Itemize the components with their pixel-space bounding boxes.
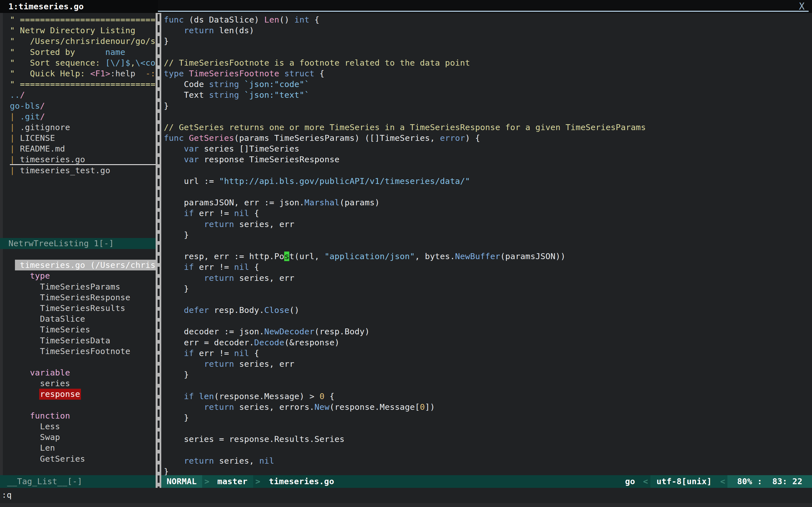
statusbar-encoding: utf-8[unix] xyxy=(651,475,718,488)
code-line[interactable] xyxy=(164,445,812,455)
code-line[interactable]: return series, err xyxy=(164,358,812,369)
token: (ds DataSlice) xyxy=(184,15,264,24)
vertical-split-separator[interactable] xyxy=(156,13,161,488)
netrw-line[interactable]: go-bls/ xyxy=(10,101,156,111)
code-line[interactable]: func GetSeries(params TimeSeriesParams) … xyxy=(164,133,812,144)
tag-line[interactable]: variable xyxy=(10,367,156,378)
code-line[interactable] xyxy=(164,165,812,176)
code-line[interactable]: } xyxy=(164,101,812,111)
tag-line[interactable]: GetSeries xyxy=(10,453,156,464)
tag-line[interactable] xyxy=(10,249,156,260)
code-line[interactable]: resp, err := http.Post(url, "application… xyxy=(164,251,812,262)
code-line[interactable]: err = decoder.Decode(&response) xyxy=(164,337,812,348)
tag-line[interactable]: DataSlice xyxy=(10,314,156,324)
tag-line[interactable]: TimeSeriesResults xyxy=(10,303,156,314)
netrw-line[interactable]: " /Users/chrisridenour/go/src/github.com… xyxy=(10,36,156,47)
tag-line[interactable]: response xyxy=(10,389,156,399)
tag-line[interactable]: TimeSeriesFootnote xyxy=(10,346,156,356)
tag-line[interactable]: timeseries.go (/Users/chrisridenour/go xyxy=(10,260,156,270)
tag-line[interactable]: series xyxy=(10,378,156,389)
token: series []TimeSeries xyxy=(199,144,299,154)
netrw-line[interactable]: | timeseries.go xyxy=(10,154,156,165)
netrw-line[interactable]: " Sort sequence: [\/]$,\<core\> xyxy=(10,57,156,68)
token: NewBuffer xyxy=(455,251,500,261)
tag-line[interactable]: TimeSeriesResponse xyxy=(10,292,156,303)
tag-line[interactable]: function xyxy=(10,410,156,421)
code-line[interactable]: if err != nil { xyxy=(164,262,812,272)
token: | xyxy=(10,166,20,175)
token xyxy=(10,260,15,270)
token: (&response) xyxy=(284,338,340,347)
netrw-line[interactable]: | README.md xyxy=(10,144,156,154)
tag-line[interactable]: TimeSeriesData xyxy=(10,335,156,346)
code-line[interactable]: return series, err xyxy=(164,273,812,283)
command-line[interactable]: :q xyxy=(0,488,812,503)
code-line[interactable] xyxy=(164,423,812,434)
code-line[interactable]: func (ds DataSlice) Len() int { xyxy=(164,14,812,25)
code-line[interactable]: // GetSeries returns one or more TimeSer… xyxy=(164,122,812,133)
code-line[interactable]: return series, errors.New(response.Messa… xyxy=(164,402,812,412)
netrw-line[interactable]: " ======================================… xyxy=(10,14,156,25)
code-line[interactable]: // TimeSeriesFootnote is a footnote rela… xyxy=(164,57,812,68)
code-line[interactable]: url := "http://api.bls.gov/publicAPI/v1/… xyxy=(164,176,812,186)
token: { xyxy=(249,348,259,358)
code-line[interactable]: } xyxy=(164,466,812,475)
tag-line[interactable]: Swap xyxy=(10,432,156,443)
token: \<core\> xyxy=(135,58,156,68)
netrw-line[interactable]: | LICENSE xyxy=(10,133,156,144)
code-line[interactable] xyxy=(164,111,812,122)
code-line[interactable]: return series, nil xyxy=(164,455,812,466)
code-line[interactable]: var series []TimeSeries xyxy=(164,144,812,154)
token: series, xyxy=(214,456,259,466)
tag-line[interactable]: TimeSeries xyxy=(10,324,156,335)
netrw-line[interactable]: " Quick Help: <F1>:help -:go up dir xyxy=(10,68,156,79)
token: return xyxy=(184,456,214,466)
tab-timeseries[interactable]: 1:timeseries.go xyxy=(0,0,158,13)
tag-line[interactable] xyxy=(10,356,156,367)
token: | xyxy=(10,144,20,154)
code-line[interactable]: return len(ds) xyxy=(164,25,812,36)
tag-line[interactable]: type xyxy=(10,270,156,281)
netrw-line[interactable]: ../ xyxy=(10,90,156,100)
close-icon[interactable]: X xyxy=(799,0,805,13)
tag-line[interactable]: TimeSeriesParams xyxy=(10,281,156,292)
netrw-line[interactable]: " Sorted by name xyxy=(10,47,156,57)
code-line[interactable]: if len(response.Message) > 0 { xyxy=(164,391,812,402)
netrw-line[interactable]: " Netrw Directory Listing xyxy=(10,25,156,36)
token: | xyxy=(10,122,20,132)
netrw-line[interactable]: | timeseries_test.go xyxy=(10,165,156,176)
code-line[interactable]: type TimeSeriesFootnote struct { xyxy=(164,68,812,79)
code-line[interactable] xyxy=(164,294,812,305)
code-line[interactable] xyxy=(164,240,812,251)
code-line[interactable]: defer resp.Body.Close() xyxy=(164,305,812,316)
netrw-line[interactable]: " ======================================… xyxy=(10,79,156,90)
tag-line[interactable] xyxy=(10,400,156,410)
token xyxy=(10,389,40,399)
code-line[interactable]: } xyxy=(164,283,812,294)
code-line[interactable]: } xyxy=(164,412,812,423)
tag-line[interactable]: Less xyxy=(10,421,156,432)
code-line[interactable]: Code string `json:"code"` xyxy=(164,79,812,90)
code-line[interactable]: Text string `json:"text"` xyxy=(164,90,812,100)
code-line[interactable] xyxy=(164,47,812,57)
code-line[interactable]: paramsJSON, err := json.Marshal(params) xyxy=(164,197,812,208)
code-line[interactable]: if err != nil { xyxy=(164,348,812,358)
code-line[interactable] xyxy=(164,316,812,326)
code-line[interactable]: var response TimeSeriesResponse xyxy=(164,154,812,165)
token: ) { xyxy=(465,133,480,143)
netrw-line[interactable]: | .gitignore xyxy=(10,122,156,133)
code-line[interactable]: } xyxy=(164,36,812,47)
code-line[interactable] xyxy=(164,186,812,197)
netrw-line[interactable]: | .git/ xyxy=(10,111,156,122)
tag-line[interactable] xyxy=(10,464,156,475)
code-line[interactable]: if err != nil { xyxy=(164,208,812,219)
code-line[interactable]: decoder := json.NewDecoder(resp.Body) xyxy=(164,326,812,337)
code-line[interactable]: } xyxy=(164,230,812,240)
code-line[interactable] xyxy=(164,380,812,391)
code-line[interactable]: return series, err xyxy=(164,219,812,230)
code-line[interactable]: series = response.Results.Series xyxy=(164,434,812,445)
code-line[interactable]: } xyxy=(164,369,812,380)
token: / xyxy=(40,112,45,121)
token: (params) xyxy=(340,198,379,207)
tag-line[interactable]: Len xyxy=(10,443,156,453)
